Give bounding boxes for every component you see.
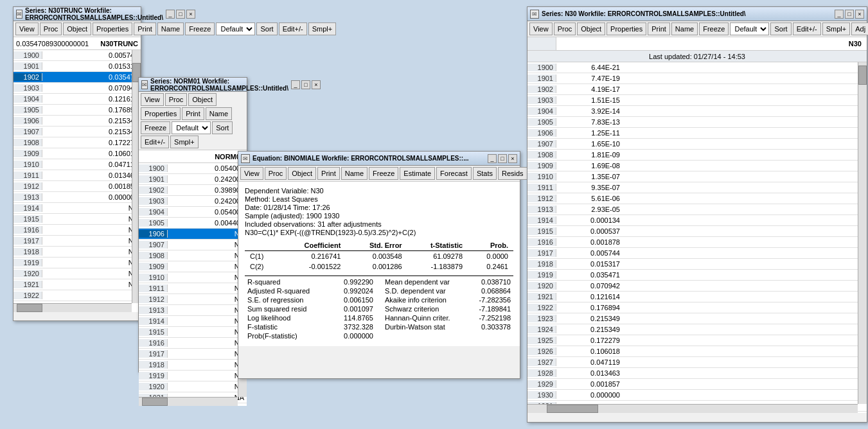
table-row[interactable]: 19020.035471	[13, 72, 141, 83]
properties-button[interactable]: Properties	[607, 22, 646, 35]
n30trunc-titlebar[interactable]: ✉ Series: N30TRUNC Workfile: ERRORCONTRO…	[13, 7, 141, 21]
table-row[interactable]: 19050.004400	[139, 218, 247, 229]
print-button[interactable]: Print	[182, 107, 204, 120]
object-button[interactable]: Object	[288, 167, 316, 180]
table-row[interactable]: 19040.121614	[13, 94, 141, 105]
table-row[interactable]: 19240.215349	[527, 324, 867, 335]
proc-button[interactable]: Proc	[165, 93, 188, 106]
minimize-button[interactable]: _	[166, 10, 175, 19]
maximize-button[interactable]: □	[301, 80, 310, 89]
table-row[interactable]: 19070.215349	[13, 127, 141, 137]
n30-titlebar[interactable]: ✉ Series: N30 Workfile: ERRORCONTROLSMAL…	[527, 7, 867, 21]
table-row[interactable]: 19132.93E-05	[527, 204, 867, 215]
table-row[interactable]: 1916NA	[139, 338, 247, 349]
edit-button[interactable]: Edit+/-	[279, 22, 307, 35]
default-select[interactable]: Default	[216, 22, 255, 35]
table-row[interactable]: 1918NA	[13, 247, 141, 258]
name-button[interactable]: Name	[341, 167, 368, 180]
default-select[interactable]: Default	[172, 121, 211, 134]
proc-button[interactable]: Proc	[554, 22, 576, 35]
view-button[interactable]: View	[141, 93, 164, 106]
minimize-button[interactable]: _	[835, 10, 844, 19]
table-row[interactable]: 19200.070942	[527, 281, 867, 292]
table-row[interactable]: 1919NA	[13, 258, 141, 268]
maximize-button[interactable]: □	[498, 154, 507, 163]
table-row[interactable]: 1914NA	[139, 316, 247, 327]
table-row[interactable]: 1921NA	[13, 279, 141, 290]
table-row[interactable]: 19061.25E-11	[527, 128, 867, 139]
table-row[interactable]: 19010.015317	[13, 61, 141, 72]
n30-input[interactable]	[556, 37, 844, 50]
table-row[interactable]: 19220.176894	[527, 302, 867, 313]
maximize-button[interactable]: □	[176, 10, 185, 19]
view-button[interactable]: View	[529, 22, 553, 35]
table-row[interactable]: 1915NA	[13, 214, 141, 225]
print-button[interactable]: Print	[134, 22, 156, 35]
table-row[interactable]: 19120.001857	[13, 181, 141, 192]
table-row[interactable]: 19125.61E-06	[527, 193, 867, 204]
adj-button[interactable]: Adj	[851, 22, 868, 35]
view-button[interactable]: View	[15, 22, 39, 35]
table-row[interactable]: 19101.35E-07	[527, 171, 867, 182]
resids-button[interactable]: Resids	[498, 167, 527, 180]
print-button[interactable]: Print	[648, 22, 670, 35]
stats-button[interactable]: Stats	[473, 167, 497, 180]
table-row[interactable]: 19270.047119	[527, 357, 867, 368]
freeze-button[interactable]: Freeze	[185, 22, 215, 35]
table-row[interactable]: 1919NA	[139, 371, 247, 381]
n30-hscroll[interactable]	[527, 404, 858, 413]
forecast-button[interactable]: Forecast	[436, 167, 472, 180]
table-row[interactable]: 19024.19E-17	[527, 84, 867, 95]
n30-vscroll[interactable]	[858, 62, 867, 404]
table-row[interactable]: 1920NA	[13, 268, 141, 279]
table-row[interactable]: 1918NA	[139, 360, 247, 371]
table-row[interactable]: 19050.176894	[13, 105, 141, 116]
estimate-button[interactable]: Estimate	[400, 167, 435, 180]
table-row[interactable]: 19043.92E-14	[527, 106, 867, 117]
minimize-button[interactable]: _	[291, 80, 300, 89]
table-row[interactable]: 19290.001857	[527, 379, 867, 390]
table-row[interactable]: 19091.69E-08	[527, 161, 867, 171]
close-button[interactable]: ×	[312, 80, 321, 89]
table-row[interactable]: 1910NA	[139, 272, 247, 283]
smpl-button[interactable]: Smpl+	[308, 22, 337, 35]
table-row[interactable]: 19100.047119	[13, 159, 141, 170]
table-row[interactable]: 19210.121614	[527, 292, 867, 302]
table-row[interactable]: 19110.013463	[13, 170, 141, 181]
print-button[interactable]: Print	[317, 167, 340, 180]
table-row[interactable]: 1917NA	[13, 236, 141, 247]
table-row[interactable]: 19000.005744	[13, 50, 141, 61]
table-row[interactable]: 19230.215349	[527, 313, 867, 324]
table-row[interactable]: 19030.242000	[139, 196, 247, 207]
table-row[interactable]: 19017.47E-19	[527, 73, 867, 84]
freeze-button[interactable]: Freeze	[699, 22, 729, 35]
table-row[interactable]: 1911NA	[139, 283, 247, 294]
minimize-button[interactable]: _	[488, 154, 497, 163]
table-row[interactable]: 1920NA	[139, 381, 247, 392]
table-row[interactable]: 1906NA	[139, 229, 247, 240]
smpl-button[interactable]: Smpl+	[170, 136, 199, 148]
n30trunc-hscroll[interactable]	[13, 303, 132, 312]
table-row[interactable]: 19130.000000	[13, 192, 141, 203]
table-row[interactable]: 1913NA	[139, 305, 247, 316]
table-row[interactable]: 19071.65E-10	[527, 139, 867, 150]
table-row[interactable]: 19006.44E-21	[527, 62, 867, 73]
table-row[interactable]: 19250.172279	[527, 335, 867, 346]
object-button[interactable]: Object	[63, 22, 91, 35]
table-row[interactable]: 19300.000000	[527, 390, 867, 401]
table-row[interactable]: 1912NA	[139, 294, 247, 305]
object-button[interactable]: Object	[577, 22, 605, 35]
norm01-titlebar[interactable]: ✉ Series: NORM01 Workfile: ERRORCONTROLS…	[139, 78, 247, 92]
proc-button[interactable]: Proc	[265, 167, 287, 180]
table-row[interactable]: 19119.35E-07	[527, 182, 867, 193]
table-row[interactable]: 1915NA	[139, 327, 247, 338]
equation-titlebar[interactable]: ✉ Equation: BINOMIALE Workfile: ERRORCON…	[238, 152, 520, 166]
table-row[interactable]: 19040.054000	[139, 207, 247, 218]
table-row[interactable]: 19150.000537	[527, 226, 867, 237]
table-row[interactable]: 19160.001878	[527, 237, 867, 248]
table-row[interactable]: 19000.054000	[139, 163, 247, 174]
table-row[interactable]: 1916NA	[13, 225, 141, 236]
table-row[interactable]: 19080.172279	[13, 137, 141, 148]
maximize-button[interactable]: □	[845, 10, 854, 19]
table-row[interactable]: 19180.015317	[527, 259, 867, 270]
